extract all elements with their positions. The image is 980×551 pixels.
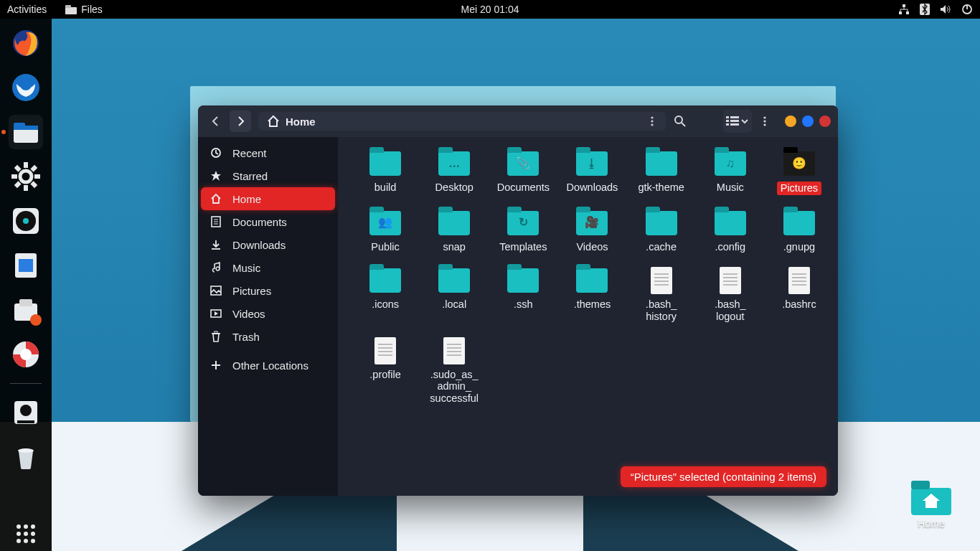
svg-rect-22 [30,181,37,188]
sidebar-icon [209,193,222,204]
disc-icon [11,206,41,236]
sidebar-item-starred[interactable]: Starred [198,164,338,187]
breadcrumb-label: Home [286,116,316,128]
file-label: Desktop [435,182,473,194]
desktop-icon-home[interactable]: Home [911,481,951,529]
file-item[interactable]: 👥Public [351,207,420,258]
sidebar-item-other-locations[interactable]: Other Locations [198,354,338,377]
file-item[interactable]: .ssh [489,264,557,326]
file-item[interactable]: snap [420,207,489,258]
sidebar-item-pictures[interactable]: Pictures [198,279,338,302]
svg-rect-46 [911,481,930,489]
forward-button[interactable] [230,110,251,132]
file-label: .config [715,241,745,253]
file-item[interactable]: gtk-theme [627,147,696,199]
dock-settings[interactable] [9,159,43,194]
file-item[interactable]: .bashrc [765,264,834,326]
files-icon [11,117,41,147]
file-item[interactable]: .profile [351,334,420,409]
file-item[interactable]: …Desktop [420,147,489,199]
content-area[interactable]: build…Desktop📎Documents⭳Downloadsgtk-the… [338,137,838,496]
window-minimize[interactable] [785,116,796,127]
file-item[interactable]: .icons [351,264,420,326]
svg-rect-0 [65,7,77,14]
file-icon [443,337,465,364]
file-item[interactable]: 📎Documents [489,147,557,199]
back-button[interactable] [205,110,227,132]
sidebar-item-trash[interactable]: Trash [198,325,338,348]
activities-button[interactable]: Activities [7,4,47,15]
dock [0,19,52,551]
dock-help[interactable] [9,337,43,372]
folder-icon [507,268,539,293]
trash-icon [11,443,40,471]
file-item[interactable]: .local [420,264,489,326]
arrow-right-icon [235,116,246,127]
panel-app-menu[interactable]: Files [65,4,103,15]
window-close[interactable] [819,116,831,127]
panel-clock[interactable]: Mei 20 01:04 [461,4,519,15]
svg-point-33 [20,405,32,416]
bluetooth-icon[interactable] [920,4,930,15]
volume-icon[interactable] [940,4,951,14]
dock-files[interactable] [9,115,43,149]
sidebar-item-downloads[interactable]: Downloads [198,233,338,256]
file-item[interactable]: .cache [627,207,696,258]
dock-trash[interactable] [9,440,43,474]
dock-show-applications[interactable] [9,517,43,551]
chevron-down-icon [740,117,749,126]
file-item[interactable]: build [351,147,420,199]
sidebar-item-documents[interactable]: Documents [198,210,338,233]
sidebar-item-music[interactable]: Music [198,256,338,279]
sidebar-item-recent[interactable]: Recent [198,141,338,164]
svg-point-60 [763,123,765,126]
hamburger-menu[interactable] [753,110,776,133]
file-item[interactable]: ↻Templates [489,207,557,258]
drive-icon [11,397,41,428]
file-item[interactable]: 🎥Videos [557,207,626,258]
file-item[interactable]: .config [696,207,765,258]
apps-grid-icon [15,523,37,545]
file-item[interactable]: .sudo_as_admin_successful [420,334,489,409]
file-label: Downloads [567,182,618,194]
svg-rect-70 [215,331,217,334]
titlebar[interactable]: Home [198,105,838,137]
search-icon [674,115,687,128]
svg-point-49 [651,123,653,126]
file-item[interactable]: ♫Music [696,147,765,199]
kebab-icon [760,116,770,127]
sidebar-icon [209,331,222,342]
power-icon[interactable] [961,4,973,15]
sidebar-item-home[interactable]: Home [201,187,335,210]
window-maximize[interactable] [802,116,814,127]
file-item[interactable]: .bash_logout [696,264,765,326]
dock-thunderbird[interactable] [9,70,43,105]
dock-software[interactable] [9,293,43,327]
svg-point-44 [31,539,35,543]
file-item[interactable]: 🙂Pictures [765,147,834,199]
view-switcher[interactable] [723,110,752,133]
dock-rhythmbox[interactable] [9,204,43,238]
sidebar-icon [209,309,222,318]
dock-libreoffice[interactable] [9,248,43,283]
file-item[interactable]: .bash_history [627,264,696,326]
file-label: Videos [576,241,608,253]
svg-point-10 [20,79,32,90]
search-button[interactable] [669,110,692,133]
file-label: snap [443,241,465,253]
file-item[interactable]: .gnupg [765,207,834,258]
dock-mounted-device[interactable] [9,395,43,430]
path-menu-icon[interactable] [647,116,657,127]
network-icon[interactable] [898,4,910,15]
svg-point-42 [17,539,21,543]
sidebar-item-videos[interactable]: Videos [198,302,338,325]
sidebar-item-label: Trash [232,331,260,343]
folder-icon: ↻ [507,211,539,235]
dock-firefox[interactable] [9,26,43,60]
path-bar[interactable]: Home [258,112,666,131]
gear-icon [11,162,40,191]
file-label: .cache [646,241,677,253]
file-icon [651,267,672,294]
file-item[interactable]: ⭳Downloads [557,147,626,199]
file-item[interactable]: .themes [557,264,626,326]
